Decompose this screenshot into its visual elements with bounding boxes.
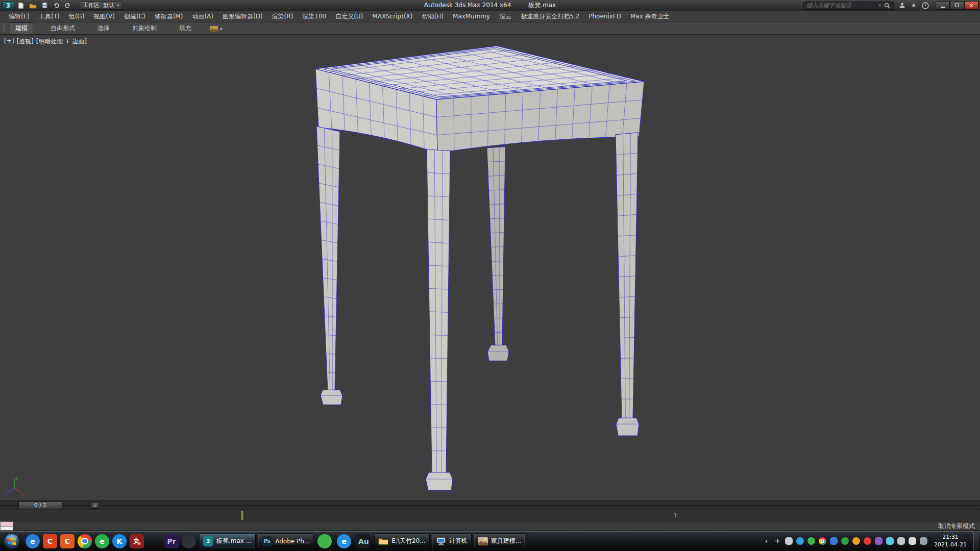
red-c-app-icon: C bbox=[43, 534, 57, 548]
battery-tray-icon[interactable] bbox=[919, 537, 928, 545]
time-slider-thumb[interactable]: 0 / 1 bbox=[18, 502, 62, 509]
next-frame-button[interactable]: > bbox=[91, 502, 99, 509]
maximize-button[interactable] bbox=[950, 1, 964, 10]
track-bar[interactable]: 1 bbox=[0, 510, 980, 521]
menu-item-12[interactable]: 帮助(H) bbox=[418, 11, 448, 22]
ribbon-options-toggle[interactable]: ▾ bbox=[210, 26, 223, 32]
menu-item-9[interactable]: 渲染100 bbox=[298, 11, 331, 22]
mail-tray-icon[interactable] bbox=[785, 537, 793, 545]
hidden-icons-button[interactable]: ▴ bbox=[762, 537, 771, 545]
mini-listener-script-pane[interactable] bbox=[0, 527, 13, 531]
menu-item-0[interactable]: 编辑(E) bbox=[4, 11, 34, 22]
help-button[interactable]: ? bbox=[921, 2, 929, 10]
open-file-button[interactable] bbox=[28, 1, 38, 10]
menu-item-16[interactable]: PhoenixFD bbox=[584, 11, 626, 22]
premiere-taskbar-button[interactable]: Pr bbox=[163, 533, 180, 550]
ie-pinned-button[interactable]: e bbox=[335, 533, 353, 550]
ribbon-tab-strip: 建模自由形式选择对象绘制填充 bbox=[10, 22, 209, 34]
search-input[interactable] bbox=[806, 2, 877, 9]
volume-tray-icon[interactable] bbox=[908, 537, 917, 545]
wan-app-taskbar-button[interactable]: 丸 bbox=[128, 533, 145, 550]
chevron-down-icon[interactable]: ▾ bbox=[879, 3, 881, 8]
undo-arrow-icon bbox=[53, 2, 60, 9]
ime-lang-icon[interactable]: 中 bbox=[773, 537, 782, 545]
menu-item-15[interactable]: 极速瘦身安全归档5.2 bbox=[516, 11, 584, 22]
wechat-tray-icon bbox=[807, 537, 815, 545]
orange-c-app-taskbar-button[interactable]: C bbox=[59, 533, 76, 550]
minimize-button[interactable] bbox=[936, 1, 950, 10]
ribbon-grip[interactable] bbox=[4, 24, 6, 32]
ribbon-tab-3[interactable]: 对象绘制 bbox=[127, 23, 162, 34]
cancel-expert-mode-button[interactable]: 取消专家模式 bbox=[938, 522, 975, 531]
ribbon-tab-1[interactable]: 自由形式 bbox=[45, 23, 80, 34]
menu-item-14[interactable]: 渲云 bbox=[495, 11, 516, 22]
menu-item-4[interactable]: 创建(C) bbox=[119, 11, 150, 22]
blue-browser-taskbar-button[interactable]: e bbox=[24, 533, 41, 550]
ribbon-tab-4[interactable]: 填充 bbox=[174, 23, 197, 34]
qq-tray-icon[interactable] bbox=[796, 537, 804, 545]
favorites-button[interactable]: ★ bbox=[910, 2, 918, 10]
cloud-tray-icon[interactable] bbox=[874, 537, 883, 545]
music-tray-icon[interactable] bbox=[863, 537, 872, 545]
menu-item-5[interactable]: 修改器(M) bbox=[150, 11, 188, 22]
show-desktop-button[interactable] bbox=[973, 531, 979, 551]
menu-item-17[interactable]: Max 杀毒卫士 bbox=[626, 11, 674, 22]
menu-item-13[interactable]: MaxMummy bbox=[448, 11, 495, 22]
taskbar-button-label: 计算机 bbox=[449, 537, 468, 545]
current-frame-marker[interactable] bbox=[241, 511, 243, 520]
new-file-button[interactable] bbox=[16, 1, 26, 10]
taskbar-image-viewer-window[interactable]: 家具建模... bbox=[474, 533, 525, 549]
netdisk-tray-icon[interactable] bbox=[829, 537, 838, 545]
sign-in-button[interactable] bbox=[898, 2, 906, 10]
camera-app-taskbar-button[interactable] bbox=[180, 533, 198, 550]
ribbon-tab-0[interactable]: 建模 bbox=[10, 22, 33, 34]
workspace-selector[interactable]: 工作区: 默认 ▾ bbox=[79, 1, 123, 10]
taskbar-3dsmax-window[interactable]: 3板凳.max ... bbox=[199, 533, 256, 549]
mini-listener-macro-pane[interactable] bbox=[0, 521, 13, 527]
menu-item-11[interactable]: MAXScript(X) bbox=[368, 11, 417, 22]
svg-text:y: y bbox=[4, 492, 7, 496]
save-file-button[interactable] bbox=[39, 1, 50, 10]
redo-button[interactable] bbox=[63, 1, 73, 10]
menu-item-3[interactable]: 视图(V) bbox=[89, 11, 119, 22]
maxscript-mini-listener[interactable] bbox=[0, 521, 13, 531]
open-folder-icon bbox=[29, 3, 37, 9]
app-menu-button[interactable]: 3 bbox=[2, 1, 14, 10]
viewport[interactable]: [+][透视][明暗处理 + 边面] z x y bbox=[0, 35, 980, 501]
menu-item-6[interactable]: 动画(A) bbox=[187, 11, 218, 22]
menu-item-8[interactable]: 渲染(R) bbox=[267, 11, 298, 22]
search-icon[interactable] bbox=[883, 2, 891, 10]
menu-item-7[interactable]: 图形编辑器(D) bbox=[218, 11, 267, 22]
viewport-general-menu[interactable]: [+] bbox=[4, 37, 14, 46]
download-tray-icon[interactable] bbox=[852, 537, 861, 545]
taskbar-explorer-window[interactable]: E:\天竹20... bbox=[374, 533, 429, 549]
green-browser-taskbar-button[interactable]: e bbox=[93, 533, 111, 550]
ribbon-tab-2[interactable]: 选择 bbox=[92, 23, 115, 34]
viewport-shading-menu[interactable]: [明暗处理 + 边面] bbox=[36, 37, 87, 46]
battery-tray-icon bbox=[920, 537, 927, 545]
close-button[interactable]: × bbox=[964, 1, 978, 10]
menu-item-1[interactable]: 工具(T) bbox=[34, 11, 64, 22]
wechat-pinned-button[interactable] bbox=[316, 533, 333, 550]
undo-button[interactable] bbox=[51, 1, 61, 10]
wechat-tray-icon[interactable] bbox=[807, 537, 816, 545]
red-c-app-taskbar-button[interactable]: C bbox=[41, 533, 59, 550]
time-slider[interactable]: 0 / 1 > bbox=[0, 501, 980, 510]
security-tray-icon[interactable] bbox=[841, 537, 849, 545]
graphics-tray-icon[interactable] bbox=[886, 537, 894, 545]
menu-item-10[interactable]: 自定义(U) bbox=[331, 11, 368, 22]
chrome-taskbar-button[interactable] bbox=[76, 533, 93, 550]
audition-pinned-button[interactable]: Au bbox=[355, 533, 372, 550]
menu-item-2[interactable]: 组(G) bbox=[64, 11, 89, 22]
chrome-tray-icon[interactable] bbox=[818, 537, 827, 545]
taskbar-clock[interactable]: 21:31 2021-04-21 bbox=[934, 534, 967, 548]
kugou-taskbar-button[interactable]: K bbox=[111, 533, 128, 550]
start-button[interactable] bbox=[3, 532, 21, 550]
tiles-app-taskbar-button[interactable] bbox=[145, 533, 163, 550]
taskbar-computer-window[interactable]: 计算机 bbox=[432, 533, 472, 549]
stool-wireframe-model[interactable] bbox=[0, 35, 980, 500]
security-tray-icon bbox=[841, 537, 849, 545]
taskbar-photoshop-window[interactable]: PsAdobe Ph... bbox=[258, 533, 314, 549]
viewport-pov-menu[interactable]: [透视] bbox=[16, 37, 33, 46]
network-tray-icon[interactable] bbox=[897, 537, 905, 545]
